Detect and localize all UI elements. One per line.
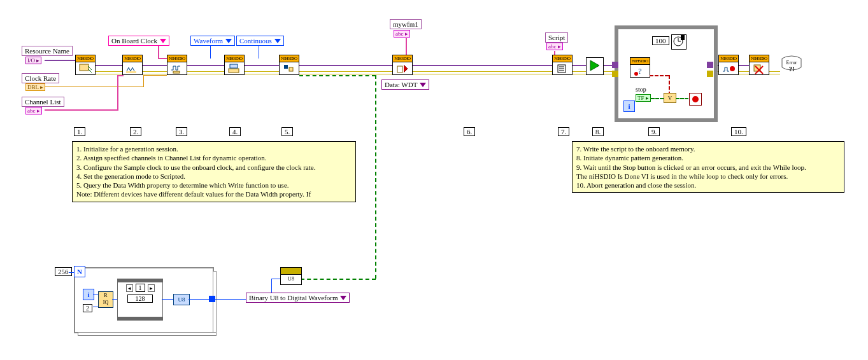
svg-rect-7: [397, 66, 402, 73]
while-tunnel-in-err: [612, 71, 618, 77]
step-1: 1.: [74, 127, 85, 136]
svg-rect-2: [173, 71, 180, 73]
step-6: 6.: [464, 127, 475, 136]
error-handler-vi[interactable]: Error?!: [781, 56, 802, 75]
step-2: 2.: [130, 127, 141, 136]
step-5: 5.: [281, 127, 293, 136]
channel-list-terminal[interactable]: abc ▸: [25, 107, 42, 114]
while-tunnel-out-ref: [707, 62, 713, 68]
divisor-constant[interactable]: 2: [83, 304, 92, 312]
wait-ms-constant[interactable]: 100: [652, 36, 669, 45]
svg-rect-4: [230, 64, 238, 68]
binary-u8-to-waveform-vi[interactable]: U8: [280, 267, 302, 285]
generation-mode-vi[interactable]: NIHSDIO: [224, 55, 245, 75]
n-terminal: N: [74, 266, 85, 277]
stop-terminal[interactable]: TF ▸: [636, 94, 651, 102]
step-10: 10.: [731, 127, 746, 136]
while-tunnel-in-ref: [612, 62, 618, 68]
mywfm1-terminal[interactable]: abc ▸: [394, 30, 410, 38]
script-label: Script: [545, 32, 568, 43]
quotient-remainder-vi[interactable]: RIQ: [98, 291, 113, 308]
continuous-ring[interactable]: Continuous: [236, 36, 284, 46]
on-board-clock-ring[interactable]: On Board Clock: [108, 36, 169, 46]
stop-label: stop: [636, 86, 646, 93]
resource-name-terminal[interactable]: I/O ▸: [25, 57, 41, 64]
clock-rate-label: Clock Rate: [22, 73, 59, 83]
svg-text:?: ?: [638, 67, 641, 76]
clock-rate-terminal[interactable]: DBL ▸: [25, 83, 45, 91]
assign-channels-vi[interactable]: NIHSDIO: [122, 55, 143, 75]
step-3: 3.: [176, 127, 187, 136]
abort-vi[interactable]: NIHSDIO: [718, 55, 739, 75]
svg-rect-16: [681, 35, 685, 40]
close-vi[interactable]: NIHSDIO: [749, 55, 769, 75]
or-gate[interactable]: V: [664, 93, 676, 103]
while-tunnel-out-err: [707, 71, 713, 77]
script-terminal[interactable]: abc ▸: [546, 43, 563, 50]
step-4: 4.: [229, 127, 241, 136]
step-7: 7.: [558, 127, 569, 136]
data-wdt-selector[interactable]: Data: WDT: [381, 80, 429, 90]
notes-right: 7. Write the script to the onboard memor…: [572, 141, 844, 193]
svg-rect-5: [284, 65, 288, 69]
resource-name-label: Resource Name: [22, 46, 73, 56]
is-done-vi[interactable]: NIHSDIO?: [630, 57, 650, 78]
waveform-ring[interactable]: Waveform: [190, 36, 235, 46]
svg-rect-6: [289, 67, 293, 71]
wait-ms-vi[interactable]: [671, 34, 687, 50]
initiate-vi[interactable]: [586, 57, 604, 75]
svg-marker-12: [590, 60, 599, 71]
step-9: 9.: [648, 127, 660, 136]
u8-cast[interactable]: U8: [173, 294, 190, 305]
n-constant[interactable]: 256: [55, 267, 72, 276]
step-8: 8.: [592, 127, 604, 136]
svg-text:?!: ?!: [788, 65, 794, 73]
init-vi[interactable]: NIHSDIO: [75, 55, 96, 75]
svg-point-19: [730, 66, 735, 71]
notes-left: 1. Initialize for a generation session. …: [72, 141, 356, 202]
data-width-prop-vi[interactable]: NIHSDIO: [279, 55, 299, 75]
binary-convert-selector[interactable]: Binary U8 to Digital Waveform: [246, 293, 350, 303]
configure-clock-vi[interactable]: NIHSDIO: [167, 55, 187, 75]
write-script-vi[interactable]: NIHSDIO: [552, 55, 573, 75]
for-i-terminal: i: [83, 289, 94, 300]
case-constant[interactable]: 128: [127, 294, 153, 303]
svg-rect-1: [126, 71, 136, 73]
svg-rect-0: [80, 64, 89, 71]
mywfm1-label: mywfm1: [390, 19, 422, 29]
while-stop-terminal: [689, 93, 702, 106]
write-wfm-vi[interactable]: NIHSDIO: [392, 55, 413, 75]
channel-list-label: Channel List: [22, 97, 64, 107]
svg-rect-3: [229, 69, 239, 73]
svg-point-18: [634, 72, 638, 76]
case-structure[interactable]: ◂ 1 ▸ 128: [117, 279, 163, 321]
while-iteration-terminal: i: [623, 100, 635, 112]
